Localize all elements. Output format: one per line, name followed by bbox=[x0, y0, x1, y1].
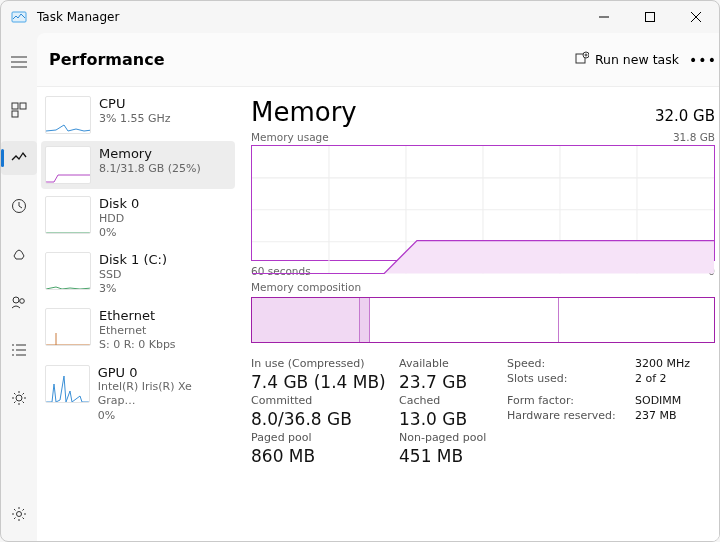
perf-item-sub: HDD bbox=[99, 212, 139, 226]
nav-performance[interactable] bbox=[1, 141, 37, 175]
svg-rect-2 bbox=[646, 13, 655, 22]
performance-list: CPU3% 1.55 GHz Memory8.1/31.8 GB (25%) D… bbox=[37, 87, 237, 541]
in-use-label: In use (Compressed) bbox=[251, 357, 391, 370]
run-new-task-button[interactable]: Run new task bbox=[567, 47, 687, 72]
form-label: Form factor: bbox=[507, 394, 627, 407]
perf-item-cpu[interactable]: CPU3% 1.55 GHz bbox=[41, 91, 235, 139]
memory-stats: In use (Compressed) Available Speed: 320… bbox=[251, 357, 715, 466]
nonpaged-label: Non-paged pool bbox=[399, 431, 499, 444]
nav-startup-apps[interactable] bbox=[1, 237, 37, 271]
svg-point-20 bbox=[16, 395, 22, 401]
memory-thumb bbox=[45, 146, 91, 184]
memory-usage-chart bbox=[251, 145, 715, 261]
window-title: Task Manager bbox=[37, 10, 119, 24]
perf-item-ethernet[interactable]: EthernetEthernetS: 0 R: 0 Kbps bbox=[41, 303, 235, 357]
available-value: 23.7 GB bbox=[399, 372, 499, 392]
committed-label: Committed bbox=[251, 394, 391, 407]
available-label: Available bbox=[399, 357, 499, 370]
svg-point-21 bbox=[17, 512, 22, 517]
perf-item-sub2: 0% bbox=[99, 226, 139, 240]
cached-value: 13.0 GB bbox=[399, 409, 499, 429]
usage-label: Memory usage bbox=[251, 131, 329, 143]
perf-item-name: GPU 0 bbox=[98, 365, 229, 381]
detail-total: 32.0 GB bbox=[655, 107, 715, 125]
nav-details[interactable] bbox=[1, 333, 37, 367]
svg-rect-10 bbox=[12, 111, 18, 117]
perf-item-sub: Intel(R) Iris(R) Xe Grap… bbox=[98, 380, 229, 409]
comp-free bbox=[559, 298, 714, 342]
perf-item-sub: Ethernet bbox=[99, 324, 176, 338]
slots-label: Slots used: bbox=[507, 372, 627, 392]
ethernet-thumb bbox=[45, 308, 91, 346]
speed-label: Speed: bbox=[507, 357, 627, 370]
perf-item-sub2: S: 0 R: 0 Kbps bbox=[99, 338, 176, 352]
cached-label: Cached bbox=[399, 394, 499, 407]
perf-item-name: CPU bbox=[99, 96, 171, 112]
committed-value: 8.0/36.8 GB bbox=[251, 409, 391, 429]
usage-max-label: 31.8 GB bbox=[673, 131, 715, 143]
memory-detail-pane: Memory 32.0 GB Memory usage 31.8 GB bbox=[237, 87, 720, 541]
perf-item-sub2: 0% bbox=[98, 409, 229, 423]
perf-item-gpu0[interactable]: GPU 0Intel(R) Iris(R) Xe Grap…0% bbox=[41, 360, 235, 428]
speed-value: 3200 MHz bbox=[635, 357, 715, 370]
form-value: SODIMM bbox=[635, 394, 715, 407]
perf-item-memory[interactable]: Memory8.1/31.8 GB (25%) bbox=[41, 141, 235, 189]
disk-thumb bbox=[45, 252, 91, 290]
page-title: Performance bbox=[49, 50, 165, 69]
perf-item-sub: 8.1/31.8 GB (25%) bbox=[99, 162, 201, 176]
slots-value: 2 of 2 bbox=[635, 372, 715, 392]
titlebar: Task Manager bbox=[1, 1, 719, 33]
nav-settings[interactable] bbox=[1, 497, 37, 531]
cpu-thumb bbox=[45, 96, 91, 134]
nav-processes[interactable] bbox=[1, 93, 37, 127]
perf-item-disk0[interactable]: Disk 0HDD0% bbox=[41, 191, 235, 245]
detail-title: Memory bbox=[251, 97, 357, 127]
nav-app-history[interactable] bbox=[1, 189, 37, 223]
minimize-button[interactable] bbox=[581, 1, 627, 33]
nav-users[interactable] bbox=[1, 285, 37, 319]
hw-reserved-label: Hardware reserved: bbox=[507, 409, 627, 429]
paged-value: 860 MB bbox=[251, 446, 391, 466]
perf-item-name: Disk 1 (C:) bbox=[99, 252, 167, 268]
svg-rect-8 bbox=[12, 103, 18, 109]
svg-rect-9 bbox=[20, 103, 26, 109]
memory-composition-chart bbox=[251, 297, 715, 343]
run-new-task-icon bbox=[575, 51, 589, 68]
app-icon bbox=[11, 9, 27, 25]
nonpaged-value: 451 MB bbox=[399, 446, 499, 466]
composition-label: Memory composition bbox=[251, 281, 361, 293]
perf-item-name: Ethernet bbox=[99, 308, 176, 324]
perf-item-sub2: 3% bbox=[99, 282, 167, 296]
svg-point-13 bbox=[20, 299, 25, 304]
page-header: Performance Run new task ••• bbox=[37, 33, 720, 86]
maximize-button[interactable] bbox=[627, 1, 673, 33]
hw-reserved-value: 237 MB bbox=[635, 409, 715, 429]
more-options-button[interactable]: ••• bbox=[687, 48, 719, 72]
nav-services[interactable] bbox=[1, 381, 37, 415]
svg-point-12 bbox=[13, 297, 19, 303]
perf-item-disk1[interactable]: Disk 1 (C:)SSD3% bbox=[41, 247, 235, 301]
in-use-value: 7.4 GB (1.4 MB) bbox=[251, 372, 391, 392]
comp-modified bbox=[360, 298, 370, 342]
paged-label: Paged pool bbox=[251, 431, 391, 444]
perf-item-name: Memory bbox=[99, 146, 201, 162]
perf-item-name: Disk 0 bbox=[99, 196, 139, 212]
nav-menu-button[interactable] bbox=[1, 45, 37, 79]
gpu-thumb bbox=[45, 365, 90, 403]
perf-item-sub: 3% 1.55 GHz bbox=[99, 112, 171, 126]
run-new-task-label: Run new task bbox=[595, 52, 679, 67]
nav-rail bbox=[1, 33, 37, 541]
comp-in-use bbox=[252, 298, 360, 342]
close-button[interactable] bbox=[673, 1, 719, 33]
perf-item-sub: SSD bbox=[99, 268, 167, 282]
comp-standby bbox=[370, 298, 559, 342]
disk-thumb bbox=[45, 196, 91, 234]
